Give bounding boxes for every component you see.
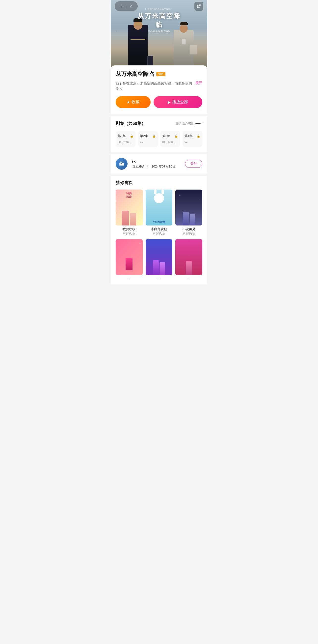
description-row: 我们是在北京万米高空的甚高频相遇，而他是我的爱人 展开 (116, 81, 202, 91)
share-button[interactable] (194, 2, 203, 11)
title-row: 从万米高空降临 VIP (116, 70, 202, 78)
recommend-name-4: ... (116, 276, 143, 280)
home-button[interactable]: ⌂ (128, 3, 135, 10)
avatar-icon: 🏔 (119, 161, 124, 167)
action-buttons: ★ 收藏 ▶ 播放全部 (116, 96, 202, 108)
episode-num-1: 第1集 (118, 134, 126, 138)
recommend-item-4[interactable]: 元 ... (116, 239, 143, 280)
episodes-title: 剧集（共50集） (116, 121, 146, 126)
info-card: 从万米高空降临 VIP 我们是在北京万米高空的甚高频相遇，而他是我的爱人 展开 … (111, 66, 207, 114)
recommend-item-5[interactable]: ... (146, 239, 173, 280)
vip-badge: VIP (156, 72, 165, 76)
description-text: 我们是在北京万米高空的甚高频相遇，而他是我的爱人 (116, 81, 193, 91)
recommend-cover-3: ✦ ✦ (175, 190, 202, 226)
episode-item-4[interactable]: 第4集 🔒 02 (183, 131, 202, 147)
svg-line-0 (199, 5, 200, 6)
lock-icon-3: 🔒 (174, 134, 178, 138)
recommend-cover-2: 小白兔软糖 (146, 190, 173, 226)
play-icon: ▶ (168, 100, 171, 104)
recommendations-section: 猜你喜欢 我要吹吹 我要吹吹 更新至1集 (111, 176, 207, 284)
episode-desc-1: 00正式预告-… (118, 140, 133, 144)
play-label: 播放全部 (172, 100, 188, 105)
nav-divider (126, 4, 126, 8)
recommend-name-5: ... (146, 276, 173, 280)
banner-title: 从万米高空降临 (135, 12, 183, 29)
episode-desc-4: 02 (185, 140, 200, 143)
banner: 广播剧•《从万米高空降临》 从万米高空降临 原著•左岸•编剧•广播剧 ✈ ✈ (111, 0, 207, 70)
collect-icon: ★ (127, 100, 130, 104)
collect-button[interactable]: ★ 收藏 (116, 96, 151, 108)
collect-label: 收藏 (131, 100, 139, 105)
episode-header-1: 第1集 🔒 (118, 134, 133, 138)
episodes-section: 剧集（共50集） 更新至50集 第1集 🔒 00正式预告-… 第2集 🔒 01 … (111, 116, 207, 152)
list-view-button[interactable] (195, 120, 202, 127)
episode-desc-2: 01 (140, 140, 156, 143)
follow-button[interactable]: 关注 (185, 160, 202, 168)
episodes-update-status: 更新至50集 (176, 121, 193, 126)
recommend-item-6[interactable]: ... (175, 239, 202, 280)
author-info: lsx 最近更新： 2024年07月16日 (130, 159, 185, 169)
recommend-status-3: 更新至3集 (175, 232, 202, 236)
recommend-item-2[interactable]: 小白兔软糖 小白兔软糖 更新至2集 (146, 190, 173, 236)
recommend-item-3[interactable]: ✦ ✦ 不说再见 更新至3集 (175, 190, 202, 236)
lock-icon-2: 🔒 (152, 134, 156, 138)
episode-item-3[interactable]: 第3集 🔒 01【精修版】 (160, 131, 180, 147)
recommend-cover-6 (175, 239, 202, 275)
lock-icon-4: 🔒 (197, 134, 200, 138)
episode-header-2: 第2集 🔒 (140, 134, 156, 138)
recommendations-row2: 元 ... ... ... (116, 239, 202, 280)
banner-subtitle: 原著•左岸•编剧•广播剧 (135, 30, 183, 33)
author-name: lsx (130, 159, 185, 163)
episode-item-2[interactable]: 第2集 🔒 01 (138, 131, 158, 147)
recommend-cover-4: 元 (116, 239, 143, 275)
expand-button[interactable]: 展开 (195, 81, 202, 85)
recommend-status-1: 更新至1集 (116, 232, 143, 236)
recommend-name-6: ... (175, 276, 202, 280)
recommend-cover-5 (146, 239, 173, 275)
recommend-name-3: 不说再见 (175, 227, 202, 232)
recommend-item-1[interactable]: 我要吹吹 我要吹吹 更新至1集 (116, 190, 143, 236)
recommend-status-2: 更新至2集 (146, 232, 173, 236)
nav-bar: ‹ ⌂ (111, 0, 207, 12)
update-label: 最近更新： (132, 164, 149, 168)
recommendations-grid: 我要吹吹 我要吹吹 更新至1集 小白兔软糖 小白兔软糖 更新至2集 (116, 190, 202, 236)
author-avatar: 🏔 (116, 158, 128, 170)
episodes-status: 更新至50集 (176, 120, 202, 127)
recommend-name-2: 小白兔软糖 (146, 227, 173, 232)
update-date: 2024年07月16日 (152, 164, 176, 168)
episode-header-4: 第4集 🔒 (185, 134, 200, 138)
episode-num-4: 第4集 (185, 134, 193, 138)
episode-desc-3: 01【精修版】 (162, 140, 178, 144)
author-update: 最近更新： 2024年07月16日 (130, 164, 185, 169)
episode-num-2: 第2集 (140, 134, 148, 138)
play-all-button[interactable]: ▶ 播放全部 (154, 96, 202, 108)
episode-item-1[interactable]: 第1集 🔒 00正式预告-… (116, 131, 135, 147)
episode-num-3: 第3集 (162, 134, 170, 138)
back-button[interactable]: ‹ (118, 3, 125, 10)
recommend-cover-1: 我要吹吹 (116, 190, 143, 226)
episodes-header: 剧集（共50集） 更新至50集 (116, 120, 202, 127)
drama-title: 从万米高空降临 (116, 70, 154, 78)
recommend-name-1: 我要吹吹 (116, 227, 143, 232)
nav-left-group: ‹ ⌂ (115, 1, 138, 11)
episodes-grid: 第1集 🔒 00正式预告-… 第2集 🔒 01 第3集 🔒 01【精修版】 第4… (116, 131, 202, 148)
lock-icon-1: 🔒 (130, 134, 133, 138)
recommendations-title: 猜你喜欢 (116, 180, 202, 186)
author-section: 🏔 lsx 最近更新： 2024年07月16日 关注 (111, 154, 207, 174)
episode-header-3: 第3集 🔒 (162, 134, 178, 138)
bottom-spacer (111, 284, 207, 294)
